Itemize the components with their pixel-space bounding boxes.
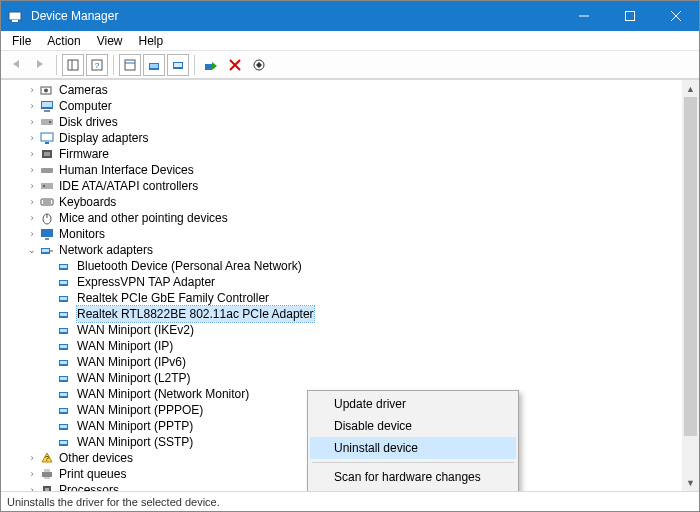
- context-disable-device[interactable]: Disable device: [310, 415, 516, 437]
- tree-item-cameras[interactable]: ›Cameras: [7, 82, 682, 98]
- window-title: Device Manager: [29, 9, 561, 23]
- network-adapter-icon: [57, 322, 73, 338]
- svg-rect-15: [174, 63, 182, 67]
- svg-rect-23: [42, 102, 52, 107]
- svg-rect-3: [626, 12, 635, 21]
- context-scan-hardware[interactable]: Scan for hardware changes: [310, 466, 516, 488]
- svg-rect-47: [60, 281, 67, 284]
- tree-item-net-wifi[interactable]: Realtek RTL8822BE 802.11ac PCIe Adapter: [7, 306, 682, 322]
- tree-item-network-adapters[interactable]: ⌄Network adapters: [7, 242, 682, 258]
- tree-item-net-bluetooth[interactable]: Bluetooth Device (Personal Area Network): [7, 258, 682, 274]
- network-adapter-icon: [57, 402, 73, 418]
- update-driver-button[interactable]: [143, 54, 165, 76]
- tree-item-net-ip[interactable]: WAN Miniport (IP): [7, 338, 682, 354]
- monitor-icon: [39, 226, 55, 242]
- tree-item-computer[interactable]: ›Computer: [7, 98, 682, 114]
- tree-item-net-expressvpn[interactable]: ExpressVPN TAP Adapter: [7, 274, 682, 290]
- svg-rect-61: [60, 393, 67, 396]
- svg-point-26: [49, 121, 51, 123]
- computer-icon: [39, 98, 55, 114]
- svg-rect-53: [60, 329, 67, 332]
- svg-rect-24: [44, 110, 50, 112]
- status-text: Uninstalls the driver for the selected d…: [7, 496, 220, 508]
- properties-button[interactable]: [119, 54, 141, 76]
- tree-item-display-adapters[interactable]: ›Display adapters: [7, 130, 682, 146]
- enable-device-button[interactable]: [200, 54, 222, 76]
- menubar: File Action View Help: [1, 31, 699, 51]
- svg-rect-27: [41, 133, 53, 141]
- network-adapter-icon: [39, 242, 55, 258]
- tree-item-mice[interactable]: ›Mice and other pointing devices: [7, 210, 682, 226]
- context-update-driver[interactable]: Update driver: [310, 393, 516, 415]
- mouse-icon: [39, 210, 55, 226]
- svg-text:?: ?: [95, 61, 100, 70]
- svg-rect-49: [60, 297, 67, 300]
- tree-item-keyboards[interactable]: ›Keyboards: [7, 194, 682, 210]
- tree-item-hid[interactable]: ›Human Interface Devices: [7, 162, 682, 178]
- tree-item-firmware[interactable]: ›Firmware: [7, 146, 682, 162]
- svg-rect-34: [41, 199, 53, 205]
- camera-icon: [39, 82, 55, 98]
- svg-rect-73: [45, 488, 49, 491]
- display-icon: [39, 130, 55, 146]
- toolbar-separator: [194, 55, 195, 75]
- forward-button[interactable]: [29, 54, 51, 76]
- ide-icon: [39, 178, 55, 194]
- minimize-button[interactable]: [561, 1, 607, 31]
- scan-hardware-button[interactable]: [167, 54, 189, 76]
- processor-icon: [39, 482, 55, 491]
- tree-item-monitors[interactable]: ›Monitors: [7, 226, 682, 242]
- menu-file[interactable]: File: [5, 33, 38, 49]
- svg-rect-16: [205, 64, 212, 70]
- uninstall-device-button[interactable]: [224, 54, 246, 76]
- network-adapter-icon: [57, 338, 73, 354]
- scroll-thumb[interactable]: [684, 97, 697, 436]
- context-uninstall-device[interactable]: Uninstall device: [310, 437, 516, 459]
- svg-rect-57: [60, 361, 67, 364]
- svg-point-21: [44, 89, 48, 93]
- menu-action[interactable]: Action: [40, 33, 87, 49]
- context-separator: [312, 462, 514, 463]
- disable-device-button[interactable]: [248, 54, 270, 76]
- svg-rect-45: [60, 265, 67, 268]
- vertical-scrollbar[interactable]: ▲ ▼: [682, 80, 699, 491]
- toolbar-separator: [113, 55, 114, 75]
- tree-item-net-l2tp[interactable]: WAN Miniport (L2TP): [7, 370, 682, 386]
- tree-item-net-ipv6[interactable]: WAN Miniport (IPv6): [7, 354, 682, 370]
- tree-item-ide[interactable]: ›IDE ATA/ATAPI controllers: [7, 178, 682, 194]
- printer-icon: [39, 466, 55, 482]
- context-menu: Update driver Disable device Uninstall d…: [307, 390, 519, 491]
- scroll-down-button[interactable]: ▼: [682, 474, 699, 491]
- svg-rect-63: [60, 409, 67, 412]
- show-hide-console-tree-button[interactable]: [62, 54, 84, 76]
- tree-item-disk-drives[interactable]: ›Disk drives: [7, 114, 682, 130]
- svg-rect-10: [125, 60, 135, 70]
- toolbar: ?: [1, 51, 699, 79]
- disk-icon: [39, 114, 55, 130]
- svg-rect-25: [41, 119, 53, 125]
- maximize-button[interactable]: [607, 1, 653, 31]
- close-button[interactable]: [653, 1, 699, 31]
- chevron-down-icon[interactable]: ⌄: [25, 242, 39, 258]
- svg-rect-0: [9, 12, 21, 20]
- svg-rect-65: [60, 425, 67, 428]
- svg-rect-59: [60, 377, 67, 380]
- tree-item-net-gbe[interactable]: Realtek PCIe GbE Family Controller: [7, 290, 682, 306]
- svg-text:?: ?: [45, 455, 49, 462]
- help-button[interactable]: ?: [86, 54, 108, 76]
- scroll-track[interactable]: [682, 97, 699, 474]
- menu-view[interactable]: View: [90, 33, 130, 49]
- network-adapter-icon: [57, 386, 73, 402]
- svg-rect-51: [60, 313, 67, 316]
- network-adapter-icon: [57, 418, 73, 434]
- svg-rect-28: [45, 142, 49, 144]
- back-button[interactable]: [5, 54, 27, 76]
- svg-rect-31: [41, 168, 53, 173]
- titlebar: Device Manager: [1, 1, 699, 31]
- tree-item-net-ikev2[interactable]: WAN Miniport (IKEv2): [7, 322, 682, 338]
- network-adapter-icon: [57, 370, 73, 386]
- svg-rect-13: [150, 64, 158, 68]
- hid-icon: [39, 162, 55, 178]
- menu-help[interactable]: Help: [132, 33, 171, 49]
- scroll-up-button[interactable]: ▲: [682, 80, 699, 97]
